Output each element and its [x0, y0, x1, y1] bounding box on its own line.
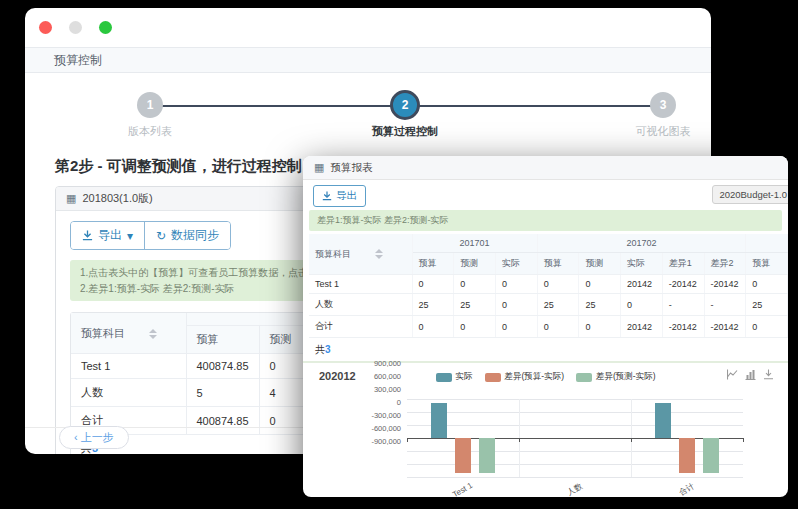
version-select[interactable]: 2020Budget-1.0: [712, 185, 788, 204]
cell-value: 20142: [621, 275, 663, 294]
cell-value: -: [704, 294, 746, 316]
bar-1: [431, 403, 447, 438]
chart-x-labels: Test 1人数合计: [407, 479, 743, 497]
bar-group: [631, 399, 743, 477]
cell-value: 0: [746, 316, 788, 338]
column-header[interactable]: 实际: [495, 253, 537, 275]
cell-value: 0: [579, 275, 621, 294]
table-icon: ▦: [314, 161, 324, 174]
window-titlebar: [25, 8, 711, 47]
diff-legend-alert: 差异1:预算-实际 差异2:预测-实际: [309, 210, 782, 231]
y-axis-tick-label: 0: [341, 398, 401, 407]
bar-chart-icon[interactable]: [745, 369, 756, 380]
legend-swatch: [576, 373, 592, 382]
column-header[interactable]: 预算: [746, 253, 788, 275]
download-icon: [322, 191, 332, 201]
step-circle[interactable]: 1: [137, 92, 163, 118]
y-axis-tick-label: -300,000: [341, 411, 401, 420]
previous-step-button[interactable]: ‹ 上一步: [59, 426, 129, 449]
step-circle[interactable]: 2: [390, 90, 420, 120]
legend-label: 实际: [456, 371, 473, 383]
previous-step-label: 上一步: [81, 431, 114, 443]
cell-value: -20142: [704, 316, 746, 338]
total-prefix: 共: [315, 344, 325, 355]
cell-value: 0: [454, 275, 496, 294]
bar-group: [519, 399, 631, 477]
sort-desc-icon: [149, 335, 157, 339]
sort-icon[interactable]: [375, 249, 383, 259]
cell-value: 25: [454, 294, 496, 316]
cell-value: 25: [537, 294, 579, 316]
cell-value: 25: [412, 294, 454, 316]
column-header[interactable]: 预算: [412, 253, 454, 275]
column-header[interactable]: 预算: [186, 326, 259, 354]
cell-value: 0: [621, 294, 663, 316]
cell-value: 0: [537, 316, 579, 338]
y-axis-tick-label: 300,000: [341, 385, 401, 394]
y-axis-tick-label: 900,000: [341, 359, 401, 368]
legend-swatch: [436, 373, 452, 382]
legend-label: 差异(预算-实际): [505, 371, 565, 383]
table-row: Test 10000020142-20142-201420: [309, 275, 788, 294]
row-subject: 人数: [309, 294, 412, 316]
bar-group: [407, 399, 519, 477]
cell-value: 20142: [621, 316, 663, 338]
download-icon: [82, 230, 93, 241]
cell-value: 0: [412, 316, 454, 338]
y-axis-tick-label: 600,000: [341, 372, 401, 381]
bar-2: [679, 438, 695, 473]
data-sync-button[interactable]: ↻ 数据同步: [144, 222, 230, 249]
column-header[interactable]: 预测: [454, 253, 496, 275]
export-button[interactable]: 导出: [313, 185, 366, 207]
column-header[interactable]: 差异1: [662, 253, 704, 275]
y-axis-tick-label: -600,000: [341, 424, 401, 433]
report-title: 预算报表: [330, 161, 372, 175]
export-label: 导出: [336, 189, 357, 203]
legend-swatch: [485, 373, 501, 382]
step-circle[interactable]: 3: [650, 92, 676, 118]
step-visual-charts[interactable]: 3 可视化图表: [603, 92, 711, 139]
table-row: 合计0000020142-20142-201420: [309, 316, 788, 338]
column-header-subject[interactable]: 预算科目: [309, 234, 412, 275]
step-version-list[interactable]: 1 版本列表: [90, 92, 210, 139]
chevron-left-icon: ‹: [74, 431, 78, 443]
version-panel-title: 201803(1.0版): [82, 191, 152, 206]
x-axis-category-label: 人数: [565, 481, 584, 497]
column-header-subject[interactable]: 预算科目: [71, 313, 186, 354]
cell-value: 5: [186, 379, 259, 407]
cell-value: 25: [579, 294, 621, 316]
bar-1: [655, 403, 671, 438]
export-label: 导出: [98, 227, 122, 244]
panel-button-group: 导出 ▾ ↻ 数据同步: [70, 221, 231, 250]
x-axis-category-label: Test 1: [451, 481, 474, 497]
x-axis-category-label: 合计: [677, 481, 696, 497]
budget-report-window: ▦ 预算报表 导出 2020Budget-1.0 差异1:预算-实际 差异2:预…: [303, 156, 788, 497]
legend-item[interactable]: 差异(预算-实际): [485, 371, 565, 383]
cell-value: -20142: [662, 316, 704, 338]
column-header[interactable]: 实际: [621, 253, 663, 275]
line-chart-icon[interactable]: [727, 369, 738, 380]
column-header[interactable]: 预测: [579, 253, 621, 275]
cell-value: 0: [495, 275, 537, 294]
report-table: 预算科目201701201702预算预测实际预算预测实际差异1差异2预算Test…: [309, 234, 788, 338]
step-label: 版本列表: [90, 124, 210, 139]
legend-item[interactable]: 差异(预测-实际): [576, 371, 656, 383]
period-group-header: [746, 234, 788, 253]
column-header[interactable]: 预算: [537, 253, 579, 275]
export-dropdown-button[interactable]: 导出 ▾: [71, 222, 144, 249]
cell-value: 25: [746, 294, 788, 316]
cell-value: 0: [412, 275, 454, 294]
cell-value: 0: [495, 294, 537, 316]
bar-2: [455, 438, 471, 473]
column-header[interactable]: 差异2: [704, 253, 746, 275]
legend-item[interactable]: 实际: [436, 371, 473, 383]
cell-value: 0: [579, 316, 621, 338]
sort-icon[interactable]: [149, 329, 157, 339]
close-window-button[interactable]: [39, 21, 52, 34]
step-process-control[interactable]: 2 预算过程控制: [345, 90, 465, 139]
maximize-window-button[interactable]: [99, 21, 112, 34]
save-image-icon[interactable]: [763, 369, 774, 380]
total-count: 3: [325, 344, 331, 355]
minimize-window-button[interactable]: [69, 21, 82, 34]
chevron-down-icon: ▾: [127, 229, 133, 243]
